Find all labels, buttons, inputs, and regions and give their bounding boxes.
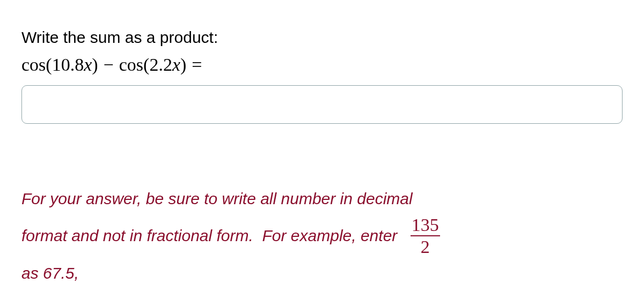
- eq-open-2: (: [143, 55, 149, 74]
- fraction-numerator: 135: [411, 215, 440, 235]
- eq-minus: −: [98, 55, 119, 74]
- eq-coef-2: 2.2: [149, 55, 172, 74]
- eq-var-2: x: [172, 55, 180, 74]
- eq-var-1: x: [84, 55, 92, 74]
- hint-line-3: as 67.5,: [21, 257, 623, 289]
- prompt-equation: cos(10.8x)−cos(2.2x)=: [21, 51, 623, 78]
- eq-coef-1: 10.8: [52, 55, 84, 74]
- hint-line-2-pre: format and not in fractional form. For e…: [21, 220, 402, 252]
- eq-fn-cos-2: cos: [119, 55, 143, 74]
- prompt-instruction: Write the sum as a product:: [21, 26, 623, 49]
- answer-input[interactable]: [21, 85, 623, 124]
- hint-fraction: 135 2: [411, 215, 440, 257]
- eq-fn-cos-1: cos: [21, 55, 46, 74]
- eq-open-1: (: [46, 55, 52, 74]
- eq-equals: =: [186, 55, 207, 74]
- eq-close-2: ): [180, 55, 186, 74]
- hint-text: For your answer, be sure to write all nu…: [21, 183, 623, 289]
- hint-line-1: For your answer, be sure to write all nu…: [21, 183, 623, 215]
- fraction-denominator: 2: [411, 235, 440, 257]
- hint-line-2: format and not in fractional form. For e…: [21, 215, 623, 257]
- eq-close-1: ): [92, 55, 98, 74]
